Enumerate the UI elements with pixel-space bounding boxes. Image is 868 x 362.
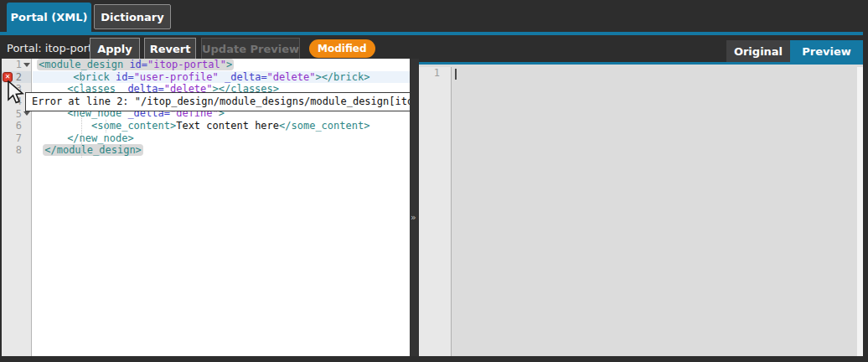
splitter-grip-icon[interactable]: » — [411, 212, 415, 223]
gutter-line-6[interactable]: 6 — [2, 120, 31, 132]
preview-editor-pane[interactable]: 1 — [419, 62, 863, 356]
portal-name-label: Portal: itop-portal — [7, 42, 102, 54]
code-line-1[interactable]: <module_design id="itop-portal"> — [33, 59, 410, 71]
pane-splitter[interactable]: » — [410, 59, 419, 356]
error-tooltip: Error at line 2: "/itop_design/module_de… — [25, 92, 410, 111]
fold-toggle-icon[interactable] — [22, 59, 31, 71]
text-caret — [455, 69, 457, 80]
revert-button[interactable]: Revert — [144, 38, 196, 59]
update-preview-button: Update Preview — [201, 38, 300, 59]
line-number: 1 — [2, 59, 22, 70]
code-line-7[interactable]: </new_node> — [33, 132, 410, 145]
preview-view-button[interactable]: Preview — [790, 40, 863, 62]
tab-dictionary[interactable]: Dictionary — [94, 4, 171, 29]
tab-portal-xml[interactable]: Portal (XML) — [7, 3, 91, 32]
line-number: 8 — [2, 144, 22, 156]
original-view-button[interactable]: Original — [726, 40, 790, 62]
vertical-scrollbar[interactable] — [857, 67, 863, 356]
indent-guide — [81, 71, 82, 158]
tabbar-accent-strip — [0, 32, 863, 35]
preview-gutter: 1 — [419, 67, 452, 356]
gutter-line-1[interactable]: 1 — [2, 59, 31, 71]
indent-guide — [106, 120, 106, 132]
modified-badge: Modified — [309, 39, 375, 58]
xml-code-editor-pane[interactable]: 1✕2345678 <module_design id="itop-portal… — [2, 59, 410, 356]
gutter-line-8[interactable]: 8 — [2, 144, 31, 157]
gutter-line-7[interactable]: 7 — [2, 132, 31, 145]
matching-tag-highlight: </module_design> — [43, 144, 143, 156]
line-number: 7 — [2, 132, 22, 144]
matching-tag-highlight: <module_design id="itop-portal"> — [37, 59, 234, 70]
line-number: 6 — [2, 120, 22, 132]
code-line-2[interactable]: <brick id="user-profile" _delta="delete"… — [33, 71, 410, 84]
preview-line-number: 1 — [419, 67, 451, 80]
apply-button[interactable]: Apply — [90, 38, 140, 59]
code-line-8[interactable]: </module_design> — [33, 144, 410, 157]
code-line-6[interactable]: <some_content>Text content here</some_co… — [33, 120, 410, 132]
mouse-cursor-icon — [7, 80, 25, 107]
line-number: 5 — [2, 108, 22, 120]
